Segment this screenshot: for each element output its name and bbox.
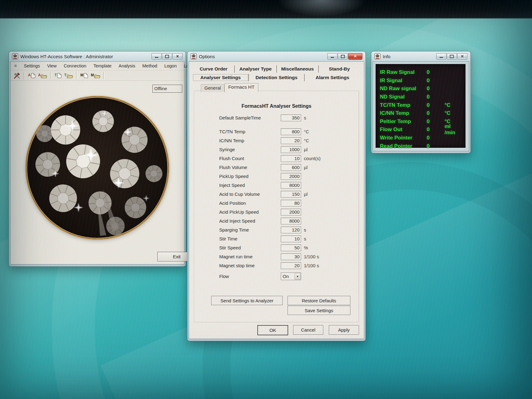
field-label: Acid to Cup Volume (219, 191, 281, 197)
apply-button[interactable]: Apply (329, 325, 359, 335)
options-titlebar[interactable]: Options ✕ (189, 51, 364, 61)
field-input-ic-nn-temp[interactable]: 20 (281, 137, 301, 144)
field-input-stir-speed[interactable]: 50 (281, 244, 301, 251)
menu-item-settings[interactable]: Settings (24, 63, 40, 68)
field-input-syringe[interactable]: 1000 (281, 146, 301, 153)
menu-item-view[interactable]: View (47, 63, 57, 68)
minimize-button[interactable] (327, 53, 337, 60)
toolbar-separator (76, 72, 77, 79)
field-input-inject-speed[interactable]: 8000 (281, 182, 301, 189)
info-row-read-pointer: Read Pointer0 (380, 142, 461, 150)
ht-window-body: =SettingsViewConnectionTemplateAnalysisM… (10, 61, 184, 264)
menu-item-menu[interactable]: = (14, 63, 17, 68)
info-label: TC/TN Temp (380, 102, 427, 108)
tools-icon[interactable] (12, 71, 22, 80)
info-row-ir-raw-signal: IR Raw Signal0 (380, 68, 461, 77)
document-icon (57, 73, 62, 79)
minimize-button[interactable] (151, 53, 162, 60)
menu-item-logon[interactable]: Logon (164, 63, 177, 68)
ht-titlebar[interactable]: Windows HT-Access Software : Administrat… (10, 51, 184, 61)
tab-analyser-settings[interactable]: Analyser Settings (193, 74, 248, 81)
menu-item-connection[interactable]: Connection (64, 63, 86, 68)
maximize-button[interactable] (447, 53, 457, 60)
maximize-button[interactable] (338, 53, 348, 60)
analyser-subtabs: GeneralFormacs HT (201, 83, 258, 92)
menu-item-analysis[interactable]: Analysis (119, 63, 135, 68)
open-template-icon[interactable]: T (63, 71, 74, 80)
send-settings-button[interactable]: Send Settings to Analyzer (211, 296, 283, 305)
maximize-button[interactable] (162, 53, 172, 60)
field-input-flush-volume[interactable]: 600 (281, 164, 301, 171)
menu-item-template[interactable]: Template (93, 63, 111, 68)
field-input-stir-time[interactable]: 10 (281, 236, 301, 242)
info-row-tc-tn-temp: TC/TN Temp0°C (380, 101, 461, 109)
field-input-acid-to-cup-volume[interactable]: 150 (281, 191, 301, 198)
field-row-magnet-stop-time: Magnet stop time201/100 s (195, 261, 358, 270)
info-value: 0 (427, 119, 445, 125)
field-row-flush-count: Flush Count10count(s) (195, 154, 358, 163)
open-analysis-icon[interactable]: A (37, 71, 48, 80)
field-input-magnet-run-time[interactable]: 30 (281, 253, 301, 260)
field-label: PickUp Speed (219, 174, 281, 179)
info-value: 0 (427, 102, 445, 108)
menu-item-method[interactable]: Method (142, 63, 157, 68)
open-method-icon[interactable]: M (90, 71, 101, 80)
restore-defaults-button[interactable]: Restore Defaults (288, 296, 350, 305)
connection-status-field[interactable]: Offline (152, 85, 182, 93)
field-row-stir-speed: Stir Speed50% (195, 243, 358, 252)
ok-button[interactable]: OK (257, 325, 288, 335)
info-row-nd-signal: ND Signal0 (380, 93, 461, 101)
new-template-icon[interactable]: T (54, 71, 62, 80)
field-input-acid-position[interactable]: 80 (281, 200, 301, 207)
new-method-icon[interactable]: M (79, 71, 89, 80)
info-value: 0 (427, 135, 445, 141)
field-input-default-sampletime[interactable]: 350 (281, 115, 301, 121)
field-input-flush-count[interactable]: 10 (281, 155, 301, 162)
field-input-acid-inject-speed[interactable]: 8000 (281, 218, 301, 224)
desktop: Windows HT-Access Software : Administrat… (0, 0, 532, 399)
tab-analyser-type[interactable]: Analyser Type (234, 65, 276, 73)
field-row-acid-position: Acid Position80 (195, 199, 358, 208)
tab-curve-order[interactable]: Curve Order (193, 65, 234, 73)
subtab-general[interactable]: General (201, 84, 224, 92)
settings-fields: Default SampleTime350sTC/TN Temp800°CIC/… (195, 113, 358, 281)
cancel-button[interactable]: Cancel (293, 325, 323, 335)
field-unit: count(s) (304, 156, 320, 161)
toolbar-separator (50, 72, 51, 79)
toolbar-separator (24, 72, 25, 79)
field-input-acid-pickup-speed[interactable]: 2000 (281, 209, 301, 216)
field-row-acid-inject-speed: Acid Inject Speed8000 (195, 216, 358, 225)
field-input-sparging-time[interactable]: 120 (281, 227, 301, 233)
tab-alarm-settings[interactable]: Alarm Settings (304, 74, 360, 81)
info-titlebar[interactable]: Info ✕ (373, 51, 469, 61)
info-body: IR Raw Signal0IR Signal0ND Raw signal0ND… (373, 61, 469, 151)
options-window: Options ✕ Curve OrderAnalyser TypeMiscel… (187, 51, 366, 341)
close-button[interactable]: ✕ (172, 53, 183, 60)
info-value: 0 (427, 94, 445, 100)
close-button[interactable]: ✕ (348, 53, 362, 60)
minimize-button[interactable] (436, 53, 446, 60)
info-value: 0 (427, 69, 445, 75)
field-input-magnet-stop-time[interactable]: 20 (281, 262, 301, 269)
dropdown-arrow-icon[interactable]: ▼ (295, 273, 300, 280)
tab-detection-settings[interactable]: Detection Settings (248, 74, 304, 81)
new-analysis-icon[interactable]: A (27, 71, 36, 80)
close-icon: ✕ (461, 54, 464, 58)
subtab-formacs-ht[interactable]: Formacs HT (224, 83, 258, 92)
field-input-tc-tn-temp[interactable]: 800 (281, 128, 301, 135)
tab-miscellaneous[interactable]: Miscellaneous (276, 65, 318, 73)
flow-dropdown[interactable]: On▼ (281, 272, 301, 280)
close-button[interactable]: ✕ (457, 53, 467, 60)
info-unit: ml /min (445, 123, 461, 136)
info-label: IR Signal (380, 78, 427, 84)
bezel-glare (271, 0, 373, 18)
field-input-pickup-speed[interactable]: 2000 (281, 173, 301, 180)
tab-stand-by[interactable]: Stand-By (318, 65, 360, 73)
field-row-stir-time: Stir Time10s (195, 234, 358, 243)
save-settings-button[interactable]: Save Settings (288, 306, 350, 315)
document-icon (84, 73, 88, 79)
field-label: IC/NN Temp (219, 138, 281, 143)
info-window: Info ✕ IR Raw Signal0IR Signal0ND Raw si… (371, 51, 471, 153)
field-label: Acid Position (219, 200, 281, 206)
info-label: Peltier Temp (380, 119, 427, 125)
